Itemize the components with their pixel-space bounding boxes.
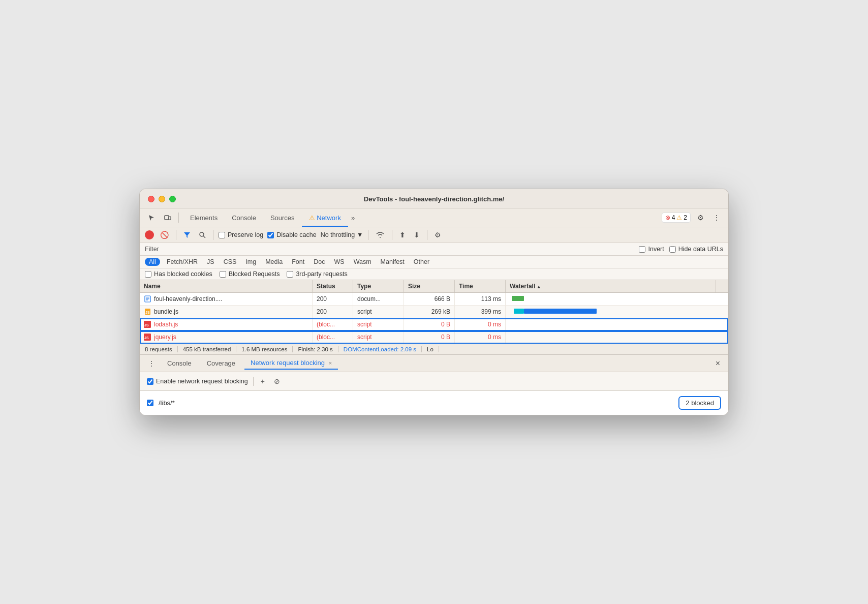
record-button[interactable] bbox=[145, 230, 154, 239]
throttle-select[interactable]: No throttling ▼ bbox=[321, 231, 363, 238]
waterfall-cell bbox=[506, 331, 716, 343]
th-waterfall[interactable]: Waterfall bbox=[506, 280, 716, 292]
type-btn-js[interactable]: JS bbox=[204, 258, 217, 266]
device-toggle-icon[interactable] bbox=[161, 212, 174, 224]
disable-cache-checkbox[interactable]: Disable cache bbox=[267, 231, 317, 238]
th-size[interactable]: Size bbox=[404, 280, 455, 292]
cursor-icon[interactable] bbox=[145, 212, 158, 224]
js-icon: JS bbox=[144, 308, 151, 315]
size-cell: 0 B bbox=[404, 331, 455, 343]
type-btn-css[interactable]: CSS bbox=[221, 258, 239, 266]
type-btn-all[interactable]: All bbox=[145, 258, 160, 266]
table-header: Name Status Type Size Time Waterfall bbox=[140, 280, 728, 293]
divider bbox=[253, 377, 254, 386]
rule-pattern: /libs/* bbox=[159, 399, 175, 407]
type-btn-other[interactable]: Other bbox=[411, 258, 432, 266]
th-name[interactable]: Name bbox=[140, 280, 313, 292]
type-cell: script bbox=[353, 318, 404, 330]
tab-coverage[interactable]: Coverage bbox=[201, 357, 241, 369]
filter-input[interactable] bbox=[164, 246, 634, 253]
load-time: Lo bbox=[422, 346, 439, 352]
tab-elements[interactable]: Elements bbox=[183, 212, 225, 224]
wifi-icon[interactable] bbox=[374, 230, 387, 239]
svg-text:JS: JS bbox=[145, 311, 150, 314]
close-button[interactable] bbox=[148, 196, 154, 202]
type-btn-ws[interactable]: WS bbox=[331, 258, 347, 266]
block-icon[interactable]: ⊘ bbox=[272, 376, 282, 386]
name-cell: foul-heavenly-direction.... bbox=[140, 293, 313, 305]
invert-checkbox[interactable]: Invert bbox=[639, 246, 664, 253]
name-cell: JS lodash.js bbox=[140, 318, 313, 330]
type-btn-img[interactable]: Img bbox=[243, 258, 259, 266]
requests-count: 8 requests bbox=[145, 346, 178, 352]
more-options-icon[interactable]: ⋮ bbox=[710, 212, 723, 224]
tab-network[interactable]: ⚠ Network bbox=[302, 212, 348, 224]
name-cell: JS bundle.js bbox=[140, 306, 313, 318]
minimize-button[interactable] bbox=[159, 196, 165, 202]
enable-blocking-checkbox[interactable]: Enable network request blocking bbox=[147, 378, 248, 385]
chevron-down-icon: ▼ bbox=[357, 231, 363, 238]
third-party-checkbox[interactable]: 3rd-party requests bbox=[287, 270, 347, 278]
separator bbox=[176, 230, 176, 240]
upload-icon[interactable]: ⬆ bbox=[397, 230, 408, 240]
type-cell: docum... bbox=[353, 293, 404, 305]
type-btn-fetch-xhr[interactable]: Fetch/XHR bbox=[164, 258, 200, 266]
table-row[interactable]: foul-heavenly-direction.... 200 docum...… bbox=[140, 293, 728, 306]
tab-console-bottom[interactable]: Console bbox=[161, 357, 198, 369]
status-cell: (bloc... bbox=[313, 318, 353, 330]
filter-icon[interactable] bbox=[181, 230, 193, 239]
transferred-size: 455 kB transferred bbox=[178, 346, 237, 352]
th-status[interactable]: Status bbox=[313, 280, 353, 292]
type-btn-manifest[interactable]: Manifest bbox=[378, 258, 407, 266]
rule-checkbox[interactable] bbox=[147, 400, 153, 406]
preserve-log-checkbox[interactable]: Preserve log bbox=[219, 231, 263, 238]
close-panel-button[interactable]: × bbox=[712, 358, 723, 369]
name-cell: JS jquery.js bbox=[140, 331, 313, 343]
bottom-more-icon[interactable]: ⋮ bbox=[145, 358, 158, 369]
table-row[interactable]: JS bundle.js 200 script 269 kB 399 ms bbox=[140, 306, 728, 318]
blocking-toolbar: Enable network request blocking + ⊘ bbox=[140, 372, 728, 391]
clear-button[interactable]: 🚫 bbox=[158, 230, 171, 240]
type-btn-media[interactable]: Media bbox=[263, 258, 285, 266]
file-name: jquery.js bbox=[154, 334, 176, 341]
search-icon[interactable] bbox=[197, 230, 208, 239]
blocked-js-icon: JS bbox=[144, 334, 151, 341]
hide-data-urls-checkbox[interactable]: Hide data URLs bbox=[669, 246, 723, 253]
doc-icon bbox=[144, 295, 151, 303]
type-btn-doc[interactable]: Doc bbox=[311, 258, 327, 266]
blocked-cookies-checkbox[interactable]: Has blocked cookies bbox=[145, 270, 212, 278]
th-type[interactable]: Type bbox=[353, 280, 404, 292]
close-tab-icon[interactable]: × bbox=[329, 360, 332, 366]
warning-icon: ⚠ bbox=[676, 214, 682, 221]
size-cell: 0 B bbox=[404, 318, 455, 330]
type-btn-wasm[interactable]: Wasm bbox=[351, 258, 374, 266]
resources-size: 1.6 MB resources bbox=[236, 346, 293, 352]
download-icon[interactable]: ⬇ bbox=[412, 230, 422, 240]
tab-sources[interactable]: Sources bbox=[263, 212, 302, 224]
table-row[interactable]: JS lodash.js (bloc... script 0 B 0 ms bbox=[140, 318, 728, 331]
blocked-requests-checkbox[interactable]: Blocked Requests bbox=[220, 270, 280, 278]
dom-content-loaded: DOMContentLoaded: 2.09 s bbox=[338, 346, 422, 352]
svg-rect-0 bbox=[165, 216, 169, 220]
type-btn-font[interactable]: Font bbox=[289, 258, 307, 266]
waterfall-cell bbox=[506, 318, 716, 330]
maximize-button[interactable] bbox=[169, 196, 176, 202]
table-row[interactable]: JS jquery.js (bloc... script 0 B 0 ms bbox=[140, 331, 728, 344]
checkbox-row: Has blocked cookies Blocked Requests 3rd… bbox=[140, 268, 728, 280]
svg-text:JS: JS bbox=[144, 323, 149, 327]
th-time[interactable]: Time bbox=[455, 280, 506, 292]
more-tabs-button[interactable]: » bbox=[348, 212, 358, 224]
blocked-js-icon: JS bbox=[144, 321, 151, 328]
status-bar: 8 requests 455 kB transferred 1.6 MB res… bbox=[140, 344, 728, 354]
tab-console[interactable]: Console bbox=[225, 212, 263, 224]
svg-line-4 bbox=[203, 236, 205, 238]
filter-bar: Filter Invert Hide data URLs bbox=[140, 243, 728, 256]
network-settings-icon[interactable]: ⚙ bbox=[432, 230, 443, 240]
blocking-rule: /libs/* 2 blocked bbox=[140, 391, 728, 415]
th-sort[interactable] bbox=[716, 280, 728, 292]
devtools-window: DevTools - foul-heavenly-direction.glitc… bbox=[139, 189, 729, 415]
tab-network-request-blocking[interactable]: Network request blocking × bbox=[244, 357, 338, 370]
add-pattern-button[interactable]: + bbox=[259, 376, 267, 386]
error-badge[interactable]: ⊗ 4 ⚠ 2 bbox=[662, 213, 691, 223]
settings-icon[interactable]: ⚙ bbox=[694, 212, 707, 224]
